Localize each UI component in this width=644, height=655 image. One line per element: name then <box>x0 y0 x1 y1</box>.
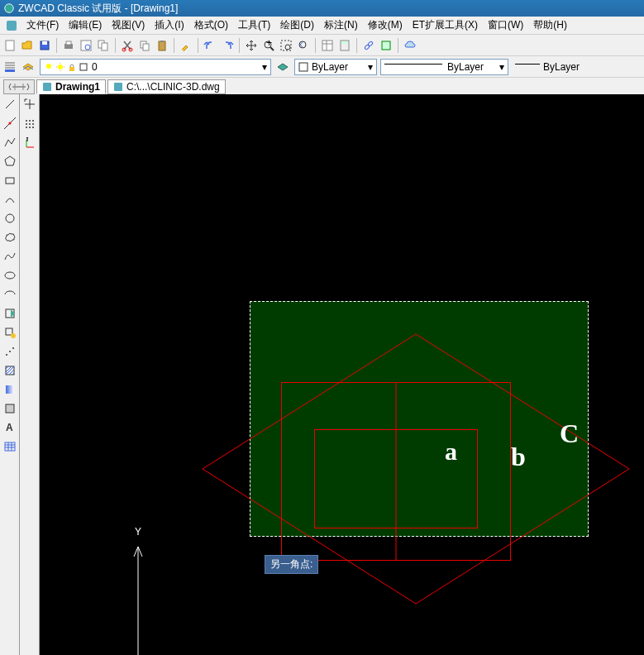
ellipse-arc-button[interactable] <box>2 286 18 302</box>
save-button[interactable] <box>36 37 53 54</box>
undo-button[interactable] <box>202 37 218 54</box>
lineweight-dropdown[interactable]: ByLayer <box>512 59 589 75</box>
chevron-down-icon: ▾ <box>499 61 504 73</box>
layer-dropdown[interactable]: 0 ▾ <box>40 59 271 75</box>
layer-state-button[interactable] <box>274 59 291 75</box>
menu-edit[interactable]: 编辑(E) <box>64 17 107 34</box>
svg-text:+: + <box>266 39 272 49</box>
hatch-button[interactable] <box>2 362 18 378</box>
drawing-canvas[interactable]: a b C 另一角点: Y <box>40 94 644 655</box>
menu-view[interactable]: 视图(V) <box>107 17 150 34</box>
color-dropdown[interactable]: ByLayer ▾ <box>294 59 377 75</box>
new-tab-button[interactable] <box>3 79 35 94</box>
svg-rect-44 <box>114 83 122 91</box>
link-button[interactable] <box>360 37 377 54</box>
print-button[interactable] <box>60 37 77 54</box>
svg-point-76 <box>29 120 31 122</box>
menu-help[interactable]: 帮助(H) <box>528 17 572 34</box>
block-button[interactable] <box>378 37 394 54</box>
svg-rect-10 <box>102 43 107 50</box>
tab-drawing1[interactable]: Drawing1 <box>36 79 106 94</box>
properties-button[interactable] <box>319 37 336 54</box>
layer-list-button[interactable] <box>2 59 18 75</box>
circle-button[interactable] <box>2 210 18 226</box>
cut-button[interactable] <box>119 37 136 54</box>
svg-rect-14 <box>143 44 149 50</box>
svg-point-83 <box>32 127 34 128</box>
rectangle-button[interactable] <box>2 172 18 188</box>
svg-point-53 <box>11 333 16 338</box>
spline-button[interactable] <box>2 248 18 264</box>
zoom-rt-button[interactable]: + <box>260 37 277 54</box>
dwg-icon <box>113 82 123 92</box>
new-button[interactable] <box>2 37 18 54</box>
revcloud-button[interactable] <box>2 229 18 245</box>
menu-modify[interactable]: 修改(M) <box>363 17 408 34</box>
svg-point-56 <box>12 347 14 349</box>
region-button[interactable] <box>2 400 18 416</box>
table-button[interactable] <box>2 438 18 454</box>
cloud-button[interactable] <box>402 37 418 54</box>
publish-button[interactable] <box>95 37 112 54</box>
line-button[interactable] <box>2 96 18 112</box>
redo-button[interactable] <box>219 37 236 54</box>
linetype-value: ByLayer <box>447 61 484 73</box>
titlebar: ZWCAD Classic 试用版 - [Drawing1] <box>0 0 644 17</box>
snap-grid-button[interactable] <box>21 116 38 132</box>
window-title: ZWCAD Classic 试用版 - [Drawing1] <box>18 2 178 16</box>
svg-point-47 <box>8 122 11 124</box>
paste-button[interactable] <box>154 37 170 54</box>
menu-format[interactable]: 格式(O) <box>189 17 233 34</box>
arc-button[interactable] <box>2 191 18 207</box>
preview-button[interactable] <box>78 37 94 54</box>
svg-rect-2 <box>6 41 14 50</box>
xline-button[interactable] <box>2 115 18 131</box>
svg-point-75 <box>26 120 27 122</box>
polygon-button[interactable] <box>2 153 18 169</box>
svg-point-32 <box>46 64 51 69</box>
menu-draw[interactable]: 绘图(D) <box>275 17 319 34</box>
ucs-button[interactable]: Y <box>21 136 38 152</box>
ellipse-button[interactable] <box>2 267 18 283</box>
crosshair-button[interactable] <box>21 96 38 112</box>
svg-point-55 <box>9 351 11 352</box>
menu-file[interactable]: 文件(F) <box>21 17 64 34</box>
chevron-down-icon: ▾ <box>368 61 373 73</box>
menu-tools[interactable]: 工具(T) <box>233 17 275 34</box>
pline-button[interactable] <box>2 134 18 150</box>
zoom-win-button[interactable] <box>278 37 294 54</box>
copy-button[interactable] <box>136 37 153 54</box>
document-tabs: Drawing1 C:\...\CLINIC-3D.dwg <box>0 78 644 94</box>
calc-button[interactable] <box>336 37 353 54</box>
gradient-button[interactable] <box>2 381 18 397</box>
match-button[interactable] <box>178 37 194 54</box>
pan-button[interactable] <box>243 37 260 54</box>
menu-dim[interactable]: 标注(N) <box>319 17 363 34</box>
menu-window[interactable]: 窗口(W) <box>483 17 528 34</box>
zoom-prev-button[interactable] <box>295 37 312 54</box>
svg-point-54 <box>6 354 7 356</box>
point-button[interactable] <box>2 343 18 359</box>
svg-rect-16 <box>160 41 164 42</box>
layer-props-button[interactable] <box>20 59 36 75</box>
make-block-button[interactable] <box>2 324 18 340</box>
menu-et[interactable]: ET扩展工具(X) <box>408 17 483 34</box>
insert-block-button[interactable] <box>2 305 18 321</box>
dwg-icon <box>42 82 52 92</box>
svg-rect-66 <box>5 442 15 451</box>
svg-rect-1 <box>7 21 17 31</box>
svg-rect-30 <box>382 41 390 50</box>
menu-insert[interactable]: 插入(I) <box>150 17 188 34</box>
open-button[interactable] <box>19 37 36 54</box>
lineweight-sample-icon <box>515 64 540 65</box>
text-button[interactable]: A <box>2 419 18 435</box>
draw-toolbar: A <box>0 94 20 655</box>
lightbulb-icon <box>44 62 54 72</box>
chevron-down-icon: ▾ <box>262 61 267 73</box>
lock-icon <box>67 62 77 72</box>
prompt-text: 另一角点: <box>270 558 312 570</box>
tab-clinic[interactable]: C:\...\CLINIC-3D.dwg <box>107 79 226 94</box>
workspace: A Y a b C 另一角点: Y <box>0 94 644 655</box>
linetype-dropdown[interactable]: ByLayer ▾ <box>380 59 508 75</box>
svg-rect-23 <box>322 41 332 50</box>
